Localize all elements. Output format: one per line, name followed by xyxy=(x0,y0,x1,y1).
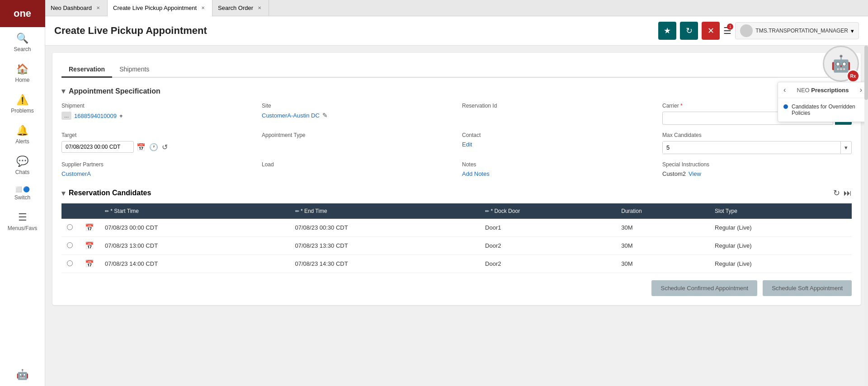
notes-add-link[interactable]: Add Notes xyxy=(462,170,651,177)
cell-slot-type-2: Regular (Live) xyxy=(709,255,852,273)
candidates-title: ▾ Reservation Candidates xyxy=(61,189,151,198)
card-tab-shipments[interactable]: Shipments xyxy=(112,62,156,78)
tab-close-create-live-pickup[interactable]: ✕ xyxy=(199,5,207,12)
refresh-icon: ↻ xyxy=(686,26,693,36)
row-calendar-icon-2[interactable]: 📅 xyxy=(85,260,94,268)
candidate-radio-1[interactable] xyxy=(67,242,73,248)
col-duration: Duration xyxy=(616,203,709,219)
candidate-radio-0[interactable] xyxy=(67,224,73,230)
switch-left-icon: ⬜ xyxy=(15,186,22,193)
special-instructions-view-link[interactable]: View xyxy=(689,170,701,177)
tab-close-neo-dashboard[interactable]: ✕ xyxy=(94,5,102,12)
cell-dock-door-2: Door2 xyxy=(480,255,616,273)
candidates-forward-button[interactable]: ⏭ xyxy=(844,188,852,198)
cell-start-time-0: 07/08/23 00:00 CDT xyxy=(99,219,290,237)
sidebar-item-switch[interactable]: ⬜ 🔵 Switch xyxy=(0,181,45,206)
max-candidates-wrapper: ▾ xyxy=(662,141,852,154)
page-title: Create Live Pickup Appointment xyxy=(54,25,207,37)
sidebar-item-home[interactable]: 🏠 Home xyxy=(0,58,45,89)
candidates-toggle-icon[interactable]: ▾ xyxy=(61,189,65,198)
target-date-input[interactable] xyxy=(61,141,134,153)
candidates-refresh-button[interactable]: ↻ xyxy=(833,188,840,198)
close-icon: ✕ xyxy=(708,26,714,36)
sidebar-item-problems[interactable]: ⚠️ Problems xyxy=(0,89,45,119)
field-notes: Notes Add Notes xyxy=(462,161,651,177)
add-shipment-icon[interactable]: + xyxy=(119,113,123,119)
label-site: Site xyxy=(262,103,451,109)
field-special-instructions: Special Instructions Custom2 View xyxy=(662,161,852,177)
robot-badge: Rx xyxy=(847,70,859,82)
cell-duration-2: 30M xyxy=(616,255,709,273)
sidebar-item-menus[interactable]: ☰ Menus/Favs xyxy=(0,206,45,237)
problems-icon: ⚠️ xyxy=(16,94,28,106)
user-dropdown[interactable]: TMS.TRANSPORTATION_MANAGER ▾ xyxy=(735,22,859,39)
neo-item-0: Candidates for Overridden Policies xyxy=(783,104,862,116)
sidebar-item-search[interactable]: 🔍 Search xyxy=(0,27,45,58)
schedule-confirmed-button[interactable]: Schedule Confirmed Appointment xyxy=(651,280,757,296)
section-title: Appointment Specification xyxy=(69,87,160,95)
tab-label: Search Order xyxy=(218,5,253,11)
main-content: Neo Dashboard ✕ Create Live Pickup Appoi… xyxy=(45,0,868,386)
max-candidates-input[interactable] xyxy=(663,141,840,154)
label-target: Target xyxy=(61,132,251,138)
section-toggle-icon[interactable]: ▾ xyxy=(61,87,65,95)
neo-item-dot xyxy=(783,104,788,109)
card-tab-reservation[interactable]: Reservation xyxy=(61,62,112,78)
site-value[interactable]: CustomerA-Austin DC xyxy=(262,112,320,119)
shipment-number[interactable]: 1688594010009 xyxy=(74,113,117,119)
field-appointment-type: Appointment Type xyxy=(262,132,451,154)
menu-button[interactable]: ☰ 1 xyxy=(723,25,731,36)
tab-neo-dashboard[interactable]: Neo Dashboard ✕ xyxy=(45,0,108,16)
label-reservation-id: Reservation Id xyxy=(462,103,651,109)
appointment-specification-header: ▾ Appointment Specification xyxy=(61,87,852,95)
site-edit-icon[interactable]: ✎ xyxy=(322,112,328,119)
scrollbar-track[interactable] xyxy=(864,46,868,386)
tab-label: Neo Dashboard xyxy=(51,5,92,11)
refresh-button[interactable]: ↻ xyxy=(680,22,698,40)
close-button[interactable]: ✕ xyxy=(702,22,720,40)
candidates-refresh-icon: ↻ xyxy=(833,188,840,198)
col-select xyxy=(61,203,80,219)
candidates-actions: ↻ ⏭ xyxy=(833,188,852,198)
sidebar-item-alerts[interactable]: 🔔 Alerts xyxy=(0,119,45,150)
field-supplier-partners: Supplier Partners CustomerA xyxy=(61,161,251,177)
row-calendar-icon-1[interactable]: 📅 xyxy=(85,242,94,249)
notification-badge: 1 xyxy=(727,24,733,30)
alerts-icon: 🔔 xyxy=(16,125,28,137)
field-max-candidates: Max Candidates ▾ xyxy=(662,132,852,154)
tab-close-search-order[interactable]: ✕ xyxy=(256,5,263,12)
neo-prev-button[interactable]: ‹ xyxy=(783,86,786,94)
row-calendar-icon-0[interactable]: 📅 xyxy=(85,224,94,231)
col-end-time: ✏ * End Time xyxy=(290,203,480,219)
target-clock-icon[interactable]: 🕐 xyxy=(148,142,159,152)
field-contact: Contact Edit xyxy=(462,132,651,154)
sidebar-item-chats[interactable]: 💬 Chats xyxy=(0,150,45,181)
user-avatar xyxy=(740,24,753,37)
field-target: Target 📅 🕐 ↺ xyxy=(61,132,251,154)
neo-prescriptions-panel: ‹ NEO Prescriptions › Candidates for Ove… xyxy=(778,82,868,122)
table-header-row: ✏ * Start Time ✏ * End Time ✏ * Dock Doo… xyxy=(61,203,852,219)
contact-edit-link[interactable]: Edit xyxy=(462,141,651,148)
supplier-partners-value[interactable]: CustomerA xyxy=(61,170,251,177)
scrollbar-thumb[interactable] xyxy=(864,46,868,100)
star-button[interactable]: ★ xyxy=(658,22,676,40)
candidates-table-wrapper: ✏ * Start Time ✏ * End Time ✏ * Dock Doo… xyxy=(61,203,852,273)
robot-avatar: 🤖 Rx xyxy=(823,46,859,82)
switch-icons: ⬜ 🔵 xyxy=(15,186,30,193)
target-calendar-icon[interactable]: 📅 xyxy=(136,142,146,152)
page-header: Create Live Pickup Appointment ★ ↻ ✕ ☰ 1… xyxy=(45,16,868,46)
target-reset-icon[interactable]: ↺ xyxy=(161,142,169,152)
home-icon: 🏠 xyxy=(16,63,28,75)
sidebar-item-robot[interactable]: 🤖 xyxy=(0,363,45,386)
max-candidates-dropdown-button[interactable]: ▾ xyxy=(840,141,851,154)
sidebar: one 🔍 Search 🏠 Home ⚠️ Problems 🔔 Alerts… xyxy=(0,0,45,386)
neo-next-button[interactable]: › xyxy=(860,86,862,94)
tab-create-live-pickup[interactable]: Create Live Pickup Appointment ✕ xyxy=(108,0,212,16)
schedule-soft-button[interactable]: Schedule Soft Appointment xyxy=(763,280,852,296)
cell-end-time-0: 07/08/23 00:30 CDT xyxy=(290,219,480,237)
candidate-radio-2[interactable] xyxy=(67,260,73,266)
tab-search-order[interactable]: Search Order ✕ xyxy=(212,0,269,16)
cell-dock-door-1: Door2 xyxy=(480,237,616,255)
label-shipment: Shipment xyxy=(61,103,251,109)
search-icon: 🔍 xyxy=(16,33,28,44)
